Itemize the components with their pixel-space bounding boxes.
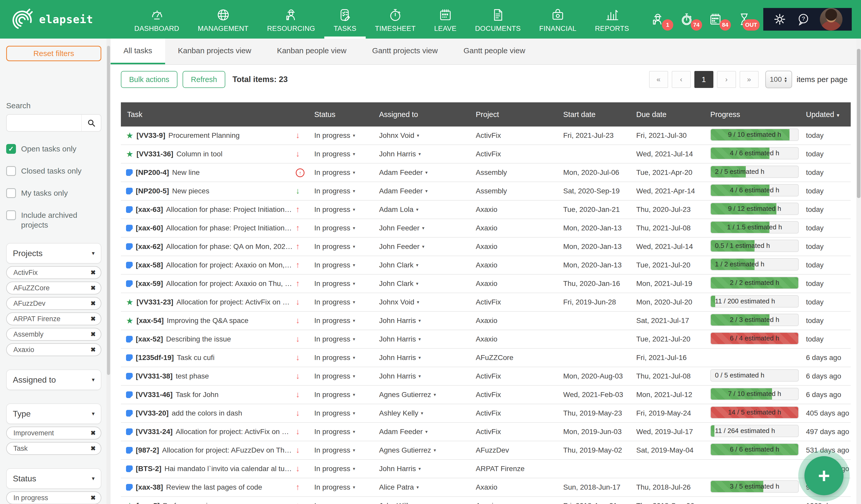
assignee-cell[interactable]: Adam Lola▾	[377, 205, 474, 214]
status-cell[interactable]: In progress▾	[312, 187, 377, 195]
status-dropdown[interactable]: In progress▾	[314, 483, 355, 491]
status-dropdown[interactable]: In progress▾	[314, 465, 355, 473]
tab-kanban-people-view[interactable]: Kanban people view	[264, 39, 359, 64]
assignee-dropdown[interactable]: Adam Feeder▾	[379, 187, 428, 195]
calendar-icon[interactable]: 84	[708, 12, 723, 27]
sidebar-scrollbar[interactable]	[107, 39, 111, 504]
table-row[interactable]: ★[VV331-36]Column in tool↓In progress▾Jo…	[121, 145, 851, 164]
task-cell[interactable]: [BTS-2]Hai mandato l`invito via calendar…	[121, 465, 294, 473]
checkbox-include-archived-projects[interactable]: Include archived projects	[6, 210, 101, 230]
task-cell[interactable]: [NP200-4]New line	[121, 168, 294, 177]
status-dropdown[interactable]: In progress▾	[314, 335, 355, 343]
assignee-dropdown[interactable]: Alice Patra▾	[379, 483, 419, 491]
checkbox-checked-icon[interactable]: ✓	[6, 144, 16, 154]
task-cell[interactable]: [VV331-24]Allocation for project: ActivF…	[121, 427, 294, 436]
status-cell[interactable]: In progress▾	[312, 446, 377, 454]
assignee-dropdown[interactable]: John Clark▾	[379, 261, 419, 269]
task-cell[interactable]: ★[VV331-36]Column in tool	[121, 150, 294, 158]
status-cell[interactable]: In progress▾	[312, 354, 377, 362]
table-row[interactable]: ★[VV331-23]Allocation for project: Activ…	[121, 293, 851, 312]
table-row[interactable]: ★[VV33-9]Procurement Planning↓In progres…	[121, 126, 851, 145]
assignee-dropdown[interactable]: John Will▾	[379, 502, 413, 504]
column-header-assigned-to[interactable]: Assigned to	[377, 110, 474, 119]
assignee-cell[interactable]: John Harris▾	[377, 316, 474, 325]
status-cell[interactable]: In progress▾	[312, 205, 377, 214]
filter-chip[interactable]: In progress✖	[6, 491, 101, 504]
task-cell[interactable]: [VV33-20]add the colors in dash	[121, 409, 294, 417]
assignee-dropdown[interactable]: John Harris▾	[379, 316, 421, 325]
table-row[interactable]: [VV331-38]test phase↓In progress▾John Ha…	[121, 367, 851, 386]
status-cell[interactable]: In progress▾	[312, 316, 377, 325]
filter-chip[interactable]: Task✖	[6, 442, 101, 455]
status-cell[interactable]: In progress▾	[312, 372, 377, 380]
assignee-cell[interactable]: Ashley Kelly▾	[377, 409, 474, 417]
assignee-dropdown[interactable]: Johnx Void▾	[379, 132, 419, 140]
table-row[interactable]: [VV33-20]add the colors in dash↓In progr…	[121, 404, 851, 423]
remove-chip-icon[interactable]: ✖	[91, 445, 96, 452]
table-row[interactable]: [VV331-24]Allocation for project: ActivF…	[121, 423, 851, 441]
column-header-start-date[interactable]: Start date	[561, 110, 634, 119]
assignee-cell[interactable]: John Harris▾	[377, 150, 474, 158]
table-row[interactable]: [987-2]Allocation for project: AFuzzDev …	[121, 441, 851, 460]
pagination-page-1[interactable]: 1	[694, 71, 713, 88]
table-row[interactable]: [xax-60]Allocation for phase: Project In…	[121, 219, 851, 237]
task-cell[interactable]: [xax-58]Allocation for project: Axaxio o…	[121, 261, 294, 269]
checkbox-open-tasks-only[interactable]: ✓Open tasks only	[6, 144, 101, 154]
assignee-dropdown[interactable]: Agnes Gutierrez▾	[379, 391, 436, 399]
status-dropdown[interactable]: In progress▾	[314, 224, 355, 232]
task-cell[interactable]: [xax-38]Review the last pages of code	[121, 483, 294, 491]
assignee-dropdown[interactable]: John Harris▾	[379, 465, 421, 473]
assignee-dropdown[interactable]: Adam Feeder▾	[379, 168, 428, 177]
checkbox-unchecked-icon[interactable]	[6, 188, 16, 198]
assignee-dropdown[interactable]: Adam Feeder▾	[379, 427, 428, 436]
remove-chip-icon[interactable]: ✖	[91, 494, 96, 501]
user-avatar[interactable]	[820, 8, 843, 31]
assignee-dropdown[interactable]: John Harris▾	[379, 335, 421, 343]
status-cell[interactable]: In progress▾	[312, 132, 377, 140]
column-header-project[interactable]: Project	[474, 110, 561, 119]
status-cell[interactable]: In progress▾	[312, 409, 377, 417]
status-cell[interactable]: In progress▾	[312, 224, 377, 232]
engineer-icon[interactable]: 1	[650, 12, 666, 27]
filter-chip[interactable]: ARPAT Firenze✖	[6, 312, 101, 325]
table-row[interactable]: ★[xax-5]Performance issues↓In progress▾J…	[121, 497, 851, 504]
filter-chip[interactable]: Improvement✖	[6, 426, 101, 439]
status-dropdown[interactable]: In progress▾	[314, 316, 355, 325]
assignee-cell[interactable]: Agnes Gutierrez▾	[377, 391, 474, 399]
table-row[interactable]: [NP200-4]New line↑In progress▾Adam Feede…	[121, 164, 851, 182]
assignee-cell[interactable]: John Clark▾	[377, 261, 474, 269]
status-cell[interactable]: In progress▾	[312, 298, 377, 306]
task-cell[interactable]: [xax-52]Describing the issue	[121, 335, 294, 343]
task-cell[interactable]: [NP200-5]New pieces	[121, 187, 294, 195]
assignee-cell[interactable]: John Feeder▾	[377, 243, 474, 251]
table-row[interactable]: [xax-58]Allocation for project: Axaxio o…	[121, 256, 851, 275]
assignee-cell[interactable]: John Will▾	[377, 502, 474, 504]
status-cell[interactable]: In progress▾	[312, 150, 377, 158]
filter-select-projects[interactable]: Projects▾	[6, 243, 101, 263]
filter-chip[interactable]: AFuzzDev✖	[6, 297, 101, 310]
task-cell[interactable]: ★[VV331-23]Allocation for project: Activ…	[121, 298, 294, 306]
brand[interactable]: elapseit	[0, 0, 93, 39]
task-cell[interactable]: [VV331-46]Task for John	[121, 391, 294, 399]
search-input[interactable]	[7, 115, 81, 131]
assignee-cell[interactable]: Adam Feeder▾	[377, 168, 474, 177]
nav-item-documents[interactable]: DOCUMENTS	[466, 0, 530, 39]
reset-filters-button[interactable]: Reset filters	[6, 46, 101, 61]
pagination-last-button[interactable]: »	[740, 71, 758, 88]
table-row[interactable]: [xax-62]Allocation for phase: QA on Mon,…	[121, 237, 851, 256]
assignee-cell[interactable]: John Feeder▾	[377, 224, 474, 232]
status-dropdown[interactable]: In progress▾	[314, 168, 355, 177]
task-cell[interactable]: [xax-60]Allocation for phase: Project In…	[121, 224, 294, 232]
assignee-dropdown[interactable]: John Feeder▾	[379, 224, 424, 232]
status-cell[interactable]: In progress▾	[312, 465, 377, 473]
table-row[interactable]: [BTS-2]Hai mandato l`invito via calendar…	[121, 460, 851, 478]
column-header-updated[interactable]: Updated▾	[804, 110, 851, 119]
nav-item-financial[interactable]: FINANCIAL	[530, 0, 586, 39]
filter-select-type[interactable]: Type▾	[6, 404, 101, 424]
table-row[interactable]: [1235df-19]Task cu cufi↓In progress▾John…	[121, 349, 851, 367]
status-dropdown[interactable]: In progress▾	[314, 261, 355, 269]
nav-item-reports[interactable]: REPORTS	[586, 0, 638, 39]
assignee-cell[interactable]: Johnx Void▾	[377, 298, 474, 306]
status-dropdown[interactable]: In progress▾	[314, 427, 355, 436]
assignee-cell[interactable]: Agnes Gutierrez▾	[377, 446, 474, 454]
